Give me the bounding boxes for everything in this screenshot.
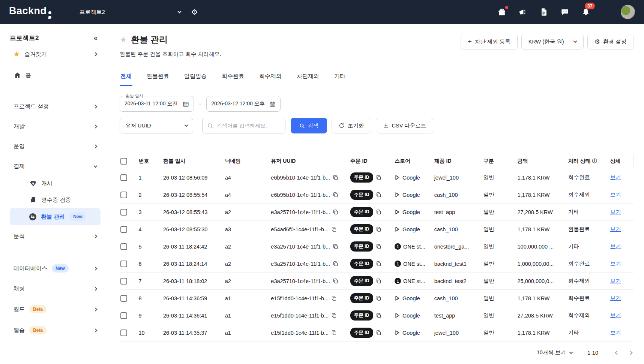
row-checkbox[interactable]: [120, 330, 127, 336]
announcement-icon[interactable]: [518, 7, 528, 17]
copy-icon[interactable]: [331, 295, 337, 301]
pagination-range: 1-10: [587, 350, 598, 356]
search-type-select[interactable]: 유저 UUID: [120, 118, 193, 133]
tab-recover-complete[interactable]: 회수완료: [221, 73, 245, 86]
copy-icon[interactable]: [376, 313, 381, 318]
prev-page-icon[interactable]: [615, 351, 619, 355]
sidebar-item-world[interactable]: 월드 Beta: [10, 300, 101, 319]
copy-icon[interactable]: [331, 313, 337, 318]
sidebar-item-dev[interactable]: 개발: [10, 118, 101, 135]
gift-icon[interactable]: [497, 7, 507, 17]
currency-select[interactable]: KRW (한국 원): [521, 34, 584, 49]
copy-icon[interactable]: [376, 278, 381, 284]
copy-icon[interactable]: [376, 192, 381, 198]
sidebar-item-database[interactable]: 데이터베이스 New: [10, 259, 101, 278]
row-checkbox[interactable]: [120, 295, 127, 302]
tab-block-exclude[interactable]: 차단제외: [296, 73, 320, 86]
copy-icon[interactable]: [333, 209, 338, 215]
copy-icon[interactable]: [376, 330, 381, 336]
sidebar-item-favorites[interactable]: ★ 즐겨찾기: [10, 45, 101, 64]
order-id-badge[interactable]: 주문 ID: [350, 207, 373, 217]
view-link[interactable]: 보기: [610, 192, 621, 198]
reset-button[interactable]: 초기화: [332, 118, 371, 133]
chat-icon[interactable]: [560, 7, 570, 17]
copy-icon[interactable]: [376, 226, 381, 232]
copy-icon[interactable]: [376, 209, 381, 215]
copy-icon[interactable]: [376, 261, 381, 267]
row-checkbox[interactable]: [120, 278, 127, 285]
gem-icon: [29, 180, 37, 187]
view-link[interactable]: 보기: [610, 330, 621, 336]
sidebar-item-cash[interactable]: 캐시: [10, 175, 101, 192]
tab-notify-sent[interactable]: 알림발송: [183, 73, 207, 86]
view-link[interactable]: 보기: [610, 312, 621, 318]
view-link[interactable]: 보기: [610, 209, 621, 215]
date-to-input[interactable]: 2026-03-12 12:00 오후: [206, 96, 281, 112]
favorite-star-icon[interactable]: ★: [120, 35, 127, 45]
notifications-bell-icon[interactable]: 37: [581, 7, 591, 17]
sidebar-item-analysis[interactable]: 분석: [10, 228, 101, 245]
copy-icon[interactable]: [333, 192, 338, 198]
sidebar-item-receipt[interactable]: 영수증 검증: [10, 192, 101, 208]
google-play-icon: [395, 226, 400, 232]
order-id-badge[interactable]: 주문 ID: [350, 310, 373, 321]
register-block-exclude-button[interactable]: + 차단 제외 등록: [461, 34, 518, 49]
sidebar-item-ops[interactable]: 운영: [10, 138, 101, 155]
view-link[interactable]: 보기: [610, 226, 621, 232]
sidebar-item-payment[interactable]: 결제: [10, 157, 101, 175]
next-page-icon[interactable]: [628, 351, 632, 355]
sidebar-item-refund[interactable]: ⇆ 환불 관리 New: [10, 208, 101, 225]
view-link[interactable]: 보기: [610, 243, 621, 249]
info-icon[interactable]: ⓘ: [592, 158, 597, 164]
order-id-badge[interactable]: 주문 ID: [350, 190, 373, 200]
select-all-checkbox[interactable]: [120, 158, 127, 165]
order-id-badge[interactable]: 주문 ID: [350, 259, 373, 269]
cell-order-id: 주문 ID: [348, 169, 392, 186]
search-button[interactable]: 검색: [291, 118, 327, 133]
copy-icon[interactable]: [333, 261, 338, 267]
order-id-badge[interactable]: 주문 ID: [350, 224, 373, 234]
copy-icon[interactable]: [333, 175, 338, 180]
order-id-badge[interactable]: 주문 ID: [350, 172, 373, 183]
sidebar-collapse-icon[interactable]: «: [94, 34, 98, 42]
row-checkbox[interactable]: [120, 174, 127, 181]
copy-icon[interactable]: [331, 330, 337, 336]
row-checkbox[interactable]: [120, 261, 127, 267]
row-checkbox[interactable]: [120, 226, 127, 233]
page-size-select[interactable]: 10개씩 보기: [537, 349, 572, 356]
docs-icon[interactable]: [539, 7, 549, 17]
row-checkbox[interactable]: [120, 192, 127, 198]
sidebar-item-chat[interactable]: 채팅: [10, 280, 101, 298]
order-id-badge[interactable]: 주문 ID: [350, 328, 373, 338]
copy-icon[interactable]: [333, 278, 338, 284]
row-checkbox[interactable]: [120, 312, 127, 319]
project-selector[interactable]: 프로젝트2: [80, 9, 181, 16]
project-gear-icon[interactable]: ⚙: [191, 7, 198, 16]
order-id-badge[interactable]: 주문 ID: [350, 276, 373, 286]
sidebar-item-project-settings[interactable]: 프로젝트 설정: [10, 98, 101, 115]
tab-recover-exclude[interactable]: 회수제외: [258, 73, 282, 86]
copy-icon[interactable]: [376, 244, 381, 249]
row-checkbox[interactable]: [120, 209, 127, 216]
copy-icon[interactable]: [333, 244, 338, 249]
csv-download-button[interactable]: CSV 다운로드: [376, 118, 434, 133]
view-link[interactable]: 보기: [610, 295, 621, 301]
search-input[interactable]: [217, 123, 273, 129]
copy-icon[interactable]: [376, 175, 381, 180]
view-link[interactable]: 보기: [610, 174, 621, 180]
view-link[interactable]: 보기: [610, 278, 621, 284]
tab-all[interactable]: 전체: [120, 73, 132, 86]
sidebar-item-webshop[interactable]: 웹숍 Beta: [10, 321, 101, 340]
copy-icon[interactable]: [331, 226, 337, 232]
cell-user-uuid: e6b95b10-1c4e-11f1-b...: [269, 169, 348, 186]
view-link[interactable]: 보기: [610, 261, 621, 267]
environment-settings-button[interactable]: ⚙ 환경 설정: [587, 34, 633, 49]
sidebar-item-home[interactable]: 홈: [10, 66, 101, 84]
order-id-badge[interactable]: 주문 ID: [350, 293, 373, 303]
user-avatar[interactable]: [621, 5, 635, 19]
tab-refund-complete[interactable]: 환불완료: [146, 73, 170, 86]
copy-icon[interactable]: [376, 295, 381, 301]
order-id-badge[interactable]: 주문 ID: [350, 241, 373, 252]
row-checkbox[interactable]: [120, 243, 127, 250]
tab-etc[interactable]: 기타: [333, 73, 346, 86]
